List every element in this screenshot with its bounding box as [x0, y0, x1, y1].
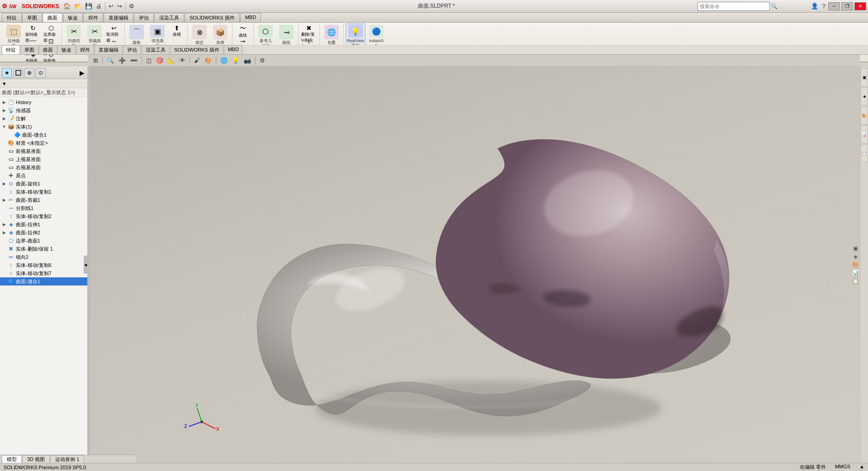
status-arrow[interactable]: ▲	[859, 464, 864, 471]
vp-icon-4[interactable]: 📊	[852, 269, 859, 276]
dxf-manager-btn[interactable]: ⊙	[36, 68, 46, 78]
property-manager-btn[interactable]: 🔲	[13, 68, 23, 78]
vp-icon-3[interactable]: 🎨	[852, 261, 859, 268]
window-restore[interactable]: ❐	[841, 2, 853, 10]
search-icon[interactable]: 🔍	[771, 3, 778, 10]
ftab-plugins[interactable]: SOLIDWORKS 插件	[170, 45, 223, 54]
redo-btn[interactable]: ↪	[116, 1, 123, 11]
configuration-manager-btn[interactable]: ⊕	[24, 68, 34, 78]
tree-item-surface-trim1[interactable]: ▶ ✂ 曲面-剪裁1	[0, 196, 87, 204]
tree-item-delete-body1[interactable]: ▶ ✖ 实体-删除/保留 1	[0, 245, 87, 253]
tree-item-front-plane[interactable]: ▶ ▭ 前视基准面	[0, 147, 87, 155]
tree-expand-sensors[interactable]: ▶	[2, 108, 6, 113]
zoom-out-btn[interactable]: ➖	[129, 56, 139, 65]
tree-item-move-copy2[interactable]: ▶ ↕ 实体-移动/复制2	[0, 212, 87, 220]
curve-btn[interactable]: 〜曲线	[234, 24, 251, 36]
tree-item-surface-loft1[interactable]: ▶ ◈ 曲面-拉伸1	[0, 220, 87, 228]
view-orientation-btn[interactable]: ⊞	[92, 56, 100, 65]
ftab-surface[interactable]: 曲面	[39, 45, 57, 54]
section-view-btn[interactable]: ◫	[145, 56, 153, 65]
tree-expand-surface-revolve1[interactable]: ▶	[2, 181, 6, 186]
rp-btn-2[interactable]: ◈	[861, 87, 868, 105]
zoom-fit-btn[interactable]: 🔍	[105, 56, 115, 65]
tree-item-surface-revolve1[interactable]: ▶ ⊙ 曲面-旋转1	[0, 180, 87, 188]
scene-btn[interactable]: 🌐	[219, 56, 229, 65]
tree-item-surface-knit-inner[interactable]: ▶ 🔷 曲面-缝合1	[0, 131, 87, 139]
feature-tree[interactable]: ▶ 🕐 History ▶ 📡 传感器 ▶ 📝 注解 ▼ 📦 实体(1) ▶	[0, 97, 87, 463]
camera-btn[interactable]: 📷	[242, 56, 252, 65]
tree-item-origin[interactable]: ▶ ✛ 原点	[0, 171, 87, 180]
vp-icon-2[interactable]: ◈	[852, 253, 859, 260]
ftab-sheetmetal[interactable]: 钣金	[57, 45, 76, 54]
tab-feature[interactable]: 特征	[2, 13, 22, 22]
extrude-btn[interactable]: ⬆拔模	[168, 24, 185, 36]
lights-btn[interactable]: 💡	[231, 56, 241, 65]
rp-btn-4[interactable]: 📊	[861, 125, 868, 143]
tab-sketch[interactable]: 草图	[22, 13, 42, 22]
rp-btn-1[interactable]: ▣	[861, 68, 868, 86]
btab-model[interactable]: 模型	[2, 455, 22, 463]
tree-item-surface-loft2[interactable]: ▶ ◈ 曲面-拉伸2	[0, 228, 87, 237]
save-btn[interactable]: 💾	[84, 1, 94, 11]
tree-expand-surface-trim1[interactable]: ▶	[2, 198, 6, 202]
delete-solid-btn[interactable]: ✖删除/复\n制实体	[300, 24, 318, 36]
tab-direct-edit[interactable]: 直接编辑	[104, 13, 133, 22]
btab-motion[interactable]: 运动算例 1	[50, 455, 84, 463]
rp-btn-3[interactable]: 🎨	[861, 106, 868, 124]
dynamic-annotation-btn[interactable]: 📐	[166, 56, 176, 65]
collapse-panel-handle[interactable]: ◀	[84, 256, 87, 274]
appearances-btn[interactable]: 🎨	[203, 56, 213, 65]
tab-plugins[interactable]: SOLIDWORKS 插件	[185, 13, 240, 22]
ftab-sketch[interactable]: 草图	[20, 45, 38, 54]
zoom-in-btn[interactable]: ➕	[117, 56, 127, 65]
tab-evaluate[interactable]: 评估	[134, 13, 154, 22]
window-close[interactable]: ✕	[854, 2, 866, 10]
revolve-surface-btn[interactable]: ↻旋转曲面	[24, 24, 42, 36]
tree-item-move-copy7[interactable]: ▶ ↕ 实体-移动/复制7	[0, 269, 87, 277]
tree-expand-annotations[interactable]: ▶	[2, 116, 6, 121]
user-icon[interactable]: 👤	[810, 1, 820, 11]
ftab-render[interactable]: 渲染工具	[142, 45, 170, 54]
view-3d-btn[interactable]: 🎯	[155, 56, 165, 65]
tab-render[interactable]: 渲染工具	[154, 13, 184, 22]
tab-weldment[interactable]: 焊件	[83, 13, 103, 22]
tree-item-solid1[interactable]: ▼ 📦 实体(1)	[0, 123, 87, 131]
tree-item-material[interactable]: ▶ 🎨 材质 <未指定>	[0, 139, 87, 147]
filter-icon[interactable]: ▼	[2, 81, 7, 86]
expand-panel-arrow[interactable]: ▶	[79, 68, 85, 77]
tree-item-history[interactable]: ▶ 🕐 History	[0, 98, 87, 106]
home-btn[interactable]: 🏠	[62, 1, 72, 11]
ftab-mbd[interactable]: MBD	[224, 45, 243, 54]
tree-item-move-copy6[interactable]: ▶ ↕ 实体-移动/复制6	[0, 261, 87, 269]
tree-item-right-plane[interactable]: ▶ ▭ 右视基准面	[0, 163, 87, 171]
ftab-direct-edit[interactable]: 直接编辑	[95, 45, 123, 54]
print-btn[interactable]: 🖨	[95, 1, 103, 11]
rp-btn-5[interactable]: 📋	[861, 144, 868, 162]
tree-item-annotations[interactable]: ▶ 📝 注解	[0, 114, 87, 123]
hide-show-btn[interactable]: 👁	[178, 56, 187, 65]
window-minimize[interactable]: ─	[828, 2, 840, 10]
tree-item-move-copy1[interactable]: ▶ ↕ 实体-移动/复制1	[0, 188, 87, 196]
tree-item-top-plane[interactable]: ▶ ▭ 上视基准面	[0, 155, 87, 163]
view-settings-btn[interactable]: ⚙	[258, 56, 266, 65]
viewport[interactable]: X Y Z ▣ ◈ 🎨 📊 📋	[90, 67, 860, 463]
search-input[interactable]	[697, 2, 770, 11]
tree-item-boundary-surface1[interactable]: ▶ ⬡ 边界-曲面1	[0, 237, 87, 245]
tree-expand-surface-loft2[interactable]: ▶	[2, 230, 6, 235]
tree-item-split1[interactable]: ▶ ⊸ 分割线1	[0, 204, 87, 212]
tree-expand-surface-loft1[interactable]: ▶	[2, 222, 6, 227]
tree-item-mirror2[interactable]: ▶ ⇔ 镜向2	[0, 253, 87, 261]
tree-item-sensors[interactable]: ▶ 📡 传感器	[0, 106, 87, 114]
boundary-surface-btn[interactable]: ⬡边界曲面	[43, 24, 60, 36]
tab-sheetmetal[interactable]: 钣金	[63, 13, 83, 22]
ftab-feature[interactable]: 特征	[2, 45, 20, 54]
options-btn[interactable]: ⚙	[128, 1, 136, 11]
help-icon[interactable]: ?	[821, 1, 827, 11]
open-btn[interactable]: 📂	[73, 1, 83, 11]
ftab-weldment[interactable]: 焊件	[76, 45, 94, 54]
vp-icon-1[interactable]: ▣	[852, 245, 859, 252]
feature-manager-btn[interactable]: ★	[2, 68, 12, 78]
tab-mbd[interactable]: MBD	[240, 13, 261, 22]
tree-item-surface-knit1[interactable]: ▶ 🔷 曲面-缝合1	[0, 277, 87, 285]
tree-expand-solid1[interactable]: ▼	[2, 124, 6, 129]
